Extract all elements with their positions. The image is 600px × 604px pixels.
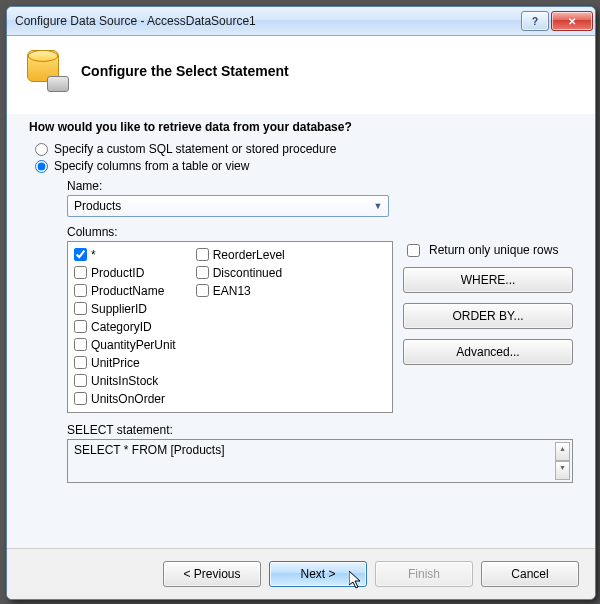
column-label: UnitsInStock (91, 374, 158, 388)
column-checkbox[interactable] (74, 248, 87, 261)
column-checkbox[interactable] (74, 374, 87, 387)
column-option[interactable]: ProductID (74, 264, 176, 281)
header-band: Configure the Select Statement (7, 36, 595, 114)
column-checkbox[interactable] (196, 284, 209, 297)
radio-specify-columns-label: Specify columns from a table or view (54, 159, 249, 173)
columns-label: Columns: (67, 225, 573, 239)
column-label: * (91, 248, 96, 262)
titlebar: Configure Data Source - AccessDataSource… (7, 7, 595, 36)
column-option[interactable]: ReorderLevel (196, 246, 285, 263)
retrieve-prompt: How would you like to retrieve data from… (29, 120, 573, 134)
column-option[interactable]: CategoryID (74, 318, 176, 335)
dialog-footer: < Previous Next > Finish Cancel (7, 548, 595, 599)
radio-custom-sql[interactable]: Specify a custom SQL statement or stored… (35, 142, 573, 156)
chevron-down-icon: ▼ (370, 198, 386, 214)
radio-custom-sql-label: Specify a custom SQL statement or stored… (54, 142, 336, 156)
select-statement-box[interactable]: SELECT * FROM [Products] ▲ ▼ (67, 439, 573, 483)
database-wizard-icon (23, 50, 67, 92)
table-name-dropdown[interactable]: Products ▼ (67, 195, 389, 217)
radio-custom-sql-input[interactable] (35, 143, 48, 156)
column-label: UnitsOnOrder (91, 392, 165, 406)
column-label: CategoryID (91, 320, 152, 334)
column-option[interactable]: UnitPrice (74, 354, 176, 371)
next-button[interactable]: Next > (269, 561, 367, 587)
where-button[interactable]: WHERE... (403, 267, 573, 293)
help-button[interactable] (521, 11, 549, 31)
spinner-up-icon[interactable]: ▲ (555, 442, 570, 461)
column-label: ProductName (91, 284, 164, 298)
column-label: ProductID (91, 266, 144, 280)
dialog-body: How would you like to retrieve data from… (7, 114, 595, 548)
columns-listbox[interactable]: *ProductIDProductNameSupplierIDCategoryI… (67, 241, 393, 413)
close-button[interactable] (551, 11, 593, 31)
unique-rows-option[interactable]: Return only unique rows (403, 241, 573, 259)
column-checkbox[interactable] (74, 320, 87, 333)
column-option[interactable]: ProductName (74, 282, 176, 299)
radio-specify-columns-input[interactable] (35, 160, 48, 173)
column-label: Discontinued (213, 266, 282, 280)
statement-spinner[interactable]: ▲ ▼ (555, 442, 570, 480)
column-checkbox[interactable] (196, 248, 209, 261)
column-label: QuantityPerUnit (91, 338, 176, 352)
unique-rows-label: Return only unique rows (429, 243, 558, 257)
select-statement-label: SELECT statement: (67, 423, 573, 437)
column-option[interactable]: SupplierID (74, 300, 176, 317)
column-option[interactable]: UnitsInStock (74, 372, 176, 389)
select-statement-text: SELECT * FROM [Products] (74, 443, 225, 457)
window-title: Configure Data Source - AccessDataSource… (15, 14, 521, 28)
radio-specify-columns[interactable]: Specify columns from a table or view (35, 159, 573, 173)
column-checkbox[interactable] (74, 266, 87, 279)
column-option[interactable]: * (74, 246, 176, 263)
table-name-label: Name: (67, 179, 573, 193)
header-heading: Configure the Select Statement (81, 63, 289, 79)
column-option[interactable]: UnitsOnOrder (74, 390, 176, 407)
column-option[interactable]: Discontinued (196, 264, 285, 281)
column-label: ReorderLevel (213, 248, 285, 262)
table-name-value: Products (74, 199, 121, 213)
advanced-button[interactable]: Advanced... (403, 339, 573, 365)
column-option[interactable]: EAN13 (196, 282, 285, 299)
unique-rows-checkbox[interactable] (407, 244, 420, 257)
previous-button[interactable]: < Previous (163, 561, 261, 587)
column-checkbox[interactable] (74, 284, 87, 297)
cancel-button[interactable]: Cancel (481, 561, 579, 587)
column-label: SupplierID (91, 302, 147, 316)
window-buttons (521, 11, 593, 31)
dialog-window: Configure Data Source - AccessDataSource… (6, 6, 596, 600)
spinner-down-icon[interactable]: ▼ (555, 461, 570, 480)
column-checkbox[interactable] (74, 302, 87, 315)
column-label: EAN13 (213, 284, 251, 298)
column-checkbox[interactable] (196, 266, 209, 279)
finish-button: Finish (375, 561, 473, 587)
column-checkbox[interactable] (74, 356, 87, 369)
orderby-button[interactable]: ORDER BY... (403, 303, 573, 329)
column-checkbox[interactable] (74, 338, 87, 351)
column-option[interactable]: QuantityPerUnit (74, 336, 176, 353)
column-checkbox[interactable] (74, 392, 87, 405)
column-label: UnitPrice (91, 356, 140, 370)
